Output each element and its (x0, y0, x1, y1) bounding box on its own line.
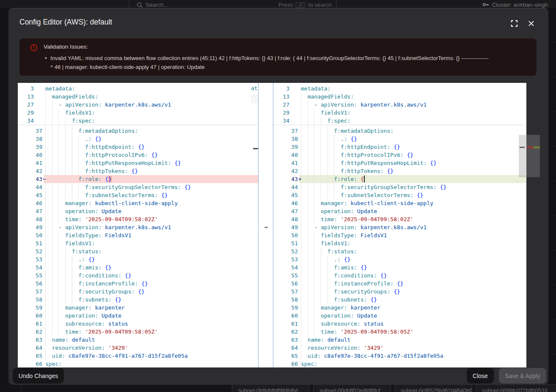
code-line[interactable]: 57 f:securityGroups: {} (18, 288, 258, 296)
code-line[interactable]: 41 f:httpPutResponseHopLimit: {} (18, 159, 258, 167)
code-line[interactable]: 56 f:instanceProfile: {} (273, 280, 526, 288)
code-line[interactable]: 64 resourceVersion: '3429' (18, 344, 258, 352)
code-line[interactable]: 50 fieldsType: FieldsV1 (18, 231, 258, 239)
code-line[interactable]: 51 fieldsV1: (273, 239, 526, 247)
code-line[interactable]: 65 uid: c8afe97e-38cc-4f91-a767-d15f2a8f… (18, 352, 258, 360)
code-line[interactable]: 39 f:httpEndpoint: {} (18, 143, 258, 151)
code-line[interactable]: 62 time: '2025-09-04T09:58:05Z' (18, 328, 258, 336)
code-line[interactable]: 42 f:httpTokens: {} (273, 167, 526, 175)
code-line[interactable]: 40 f:httpProtocolIPv6: {} (18, 151, 258, 159)
revert-change-button[interactable]: → (259, 223, 272, 231)
code-line[interactable]: 58 f:subnets: {} (273, 296, 526, 304)
close-button[interactable]: Close (467, 368, 494, 384)
code-line[interactable]: 66spec: (273, 360, 526, 367)
code-line[interactable]: 48 time: '2025-09-04T09:58:02Z' (273, 215, 526, 223)
code-text: resourceVersion: '3429' (45, 344, 128, 352)
yaml-diff-editor: at 3metadata:13 managedFields:27 - apiVe… (18, 83, 540, 367)
code-line[interactable]: 34 f:spec: (18, 117, 258, 125)
code-line[interactable]: 45 f:subnetSelectorTerms: {} (273, 191, 526, 199)
code-line[interactable]: 37 f:metadataOptions: (273, 127, 526, 135)
code-line[interactable]: 63 name: default (18, 336, 258, 344)
code-line[interactable]: 64 resourceVersion: '3429' (273, 344, 526, 352)
code-line[interactable]: 34 f:spec: (273, 117, 526, 125)
code-line[interactable]: 13 managedFields: (273, 93, 526, 101)
code-line[interactable]: 41 f:httpPutResponseHopLimit: {} (273, 159, 526, 167)
code-line[interactable]: 49 - apiVersion: karpenter.k8s.aws/v1 (273, 223, 526, 231)
code-line[interactable]: 55 f:conditions: {} (273, 271, 526, 280)
code-line[interactable]: 49 - apiVersion: karpenter.k8s.aws/v1 (18, 223, 258, 231)
save-apply-button[interactable]: Save & Apply (499, 368, 546, 384)
code-line[interactable]: 66spec: (18, 360, 258, 367)
code-line[interactable]: 27 - apiVersion: karpenter.k8s.aws/v1 (273, 101, 526, 109)
code-line[interactable]: 65 uid: c8afe97e-38cc-4f91-a767-d15f2a8f… (273, 352, 526, 360)
search-input[interactable]: Search... Press/to search (129, 0, 336, 8)
code-line[interactable]: 54 f:amis: {} (273, 263, 526, 271)
code-line[interactable]: 29 fieldsV1: (18, 109, 258, 117)
code-line[interactable]: 38 .: {} (273, 135, 526, 143)
code-line[interactable]: 46 manager: kubectl-client-side-apply (273, 199, 526, 207)
subnet-chip: subnet-00dbff02edfdf6fcf (313, 384, 391, 392)
code-line[interactable]: 61 subresource: status (18, 320, 258, 328)
code-line[interactable]: 29 fieldsV1: (273, 109, 526, 117)
code-text: operation: Update (301, 312, 377, 320)
line-number: 46 (18, 199, 42, 207)
line-number: 64 (273, 344, 298, 352)
line-number: 51 (273, 239, 298, 247)
code-text: f:subnets: {} (301, 296, 377, 304)
code-text: f:amis: {} (301, 263, 367, 271)
code-line[interactable]: 52 f:status: (273, 247, 526, 255)
code-line[interactable]: 58 f:subnets: {} (18, 296, 258, 304)
code-line[interactable]: 45 f:subnetSelectorTerms: {} (18, 191, 258, 199)
code-line[interactable]: 50 fieldsType: FieldsV1 (273, 231, 526, 239)
code-line[interactable]: 52 f:status: (18, 247, 258, 255)
expand-button[interactable] (509, 18, 520, 29)
line-number: 45 (273, 191, 298, 199)
code-line[interactable]: 59 manager: karpenter (273, 304, 526, 312)
code-line[interactable]: 56 f:instanceProfile: {} (18, 280, 258, 288)
code-line[interactable]: 63 name: default (273, 336, 526, 344)
code-line[interactable]: 13 managedFields: (18, 93, 258, 101)
line-number: 27 (273, 101, 289, 109)
code-line[interactable]: 43− f:role: {} (18, 175, 258, 183)
code-line[interactable]: 44 f:securityGroupSelectorTerms: {} (18, 183, 258, 191)
code-line[interactable]: 53 .: {} (18, 255, 258, 263)
code-line[interactable]: 44 f:securityGroupSelectorTerms: {} (273, 183, 526, 191)
code-line[interactable]: 54 f:amis: {} (18, 263, 258, 271)
overview-ruler-slider[interactable] (519, 135, 540, 177)
code-text: fieldsV1: (301, 239, 350, 247)
code-line[interactable]: 3metadata: (18, 85, 258, 93)
code-line[interactable]: 38 .: {} (18, 135, 258, 143)
modal-title: Config Editor (AWS): default (19, 18, 112, 27)
key-icon (482, 1, 489, 8)
code-line[interactable]: 43+ f:role: { (273, 175, 526, 183)
code-line[interactable]: 40 f:httpProtocolIPv6: {} (273, 151, 526, 159)
line-number: 58 (18, 296, 42, 304)
line-number: 3 (18, 85, 34, 93)
code-line[interactable]: 59 manager: karpenter (18, 304, 258, 312)
code-line[interactable]: 47 operation: Update (18, 207, 258, 215)
code-line[interactable]: 62 time: '2025-09-04T09:58:05Z' (273, 328, 526, 336)
code-line[interactable]: 3metadata: (273, 85, 526, 93)
code-text: .: {} (301, 255, 350, 263)
code-line[interactable]: 46 manager: kubectl-client-side-apply (18, 199, 258, 207)
code-line[interactable]: 53 .: {} (273, 255, 526, 263)
code-line[interactable]: 57 f:securityGroups: {} (273, 288, 526, 296)
cluster-selector[interactable]: Cluster: anirban-singh (482, 1, 548, 8)
code-line[interactable]: 60 operation: Update (18, 312, 258, 320)
code-text: f:conditions: {} (45, 271, 132, 280)
modal-close-button[interactable] (526, 18, 537, 29)
line-number: 54 (273, 263, 298, 271)
code-line[interactable]: 48 time: '2025-09-04T09:58:02Z' (18, 215, 258, 223)
code-line[interactable]: 39 f:httpEndpoint: {} (273, 143, 526, 151)
code-text: .: {} (45, 255, 95, 263)
undo-changes-button[interactable]: Undo Changes (13, 368, 64, 384)
code-line[interactable]: 51 fieldsV1: (18, 239, 258, 247)
code-line[interactable]: 60 operation: Update (273, 312, 526, 320)
code-text: name: default (301, 336, 350, 344)
code-line[interactable]: 27 - apiVersion: karpenter.k8s.aws/v1 (18, 101, 258, 109)
code-line[interactable]: 55 f:conditions: {} (18, 271, 258, 280)
code-line[interactable]: 37 f:metadataOptions: (18, 127, 258, 135)
code-line[interactable]: 42 f:httpTokens: {} (18, 167, 258, 175)
code-line[interactable]: 47 operation: Update (273, 207, 526, 215)
code-line[interactable]: 61 subresource: status (273, 320, 526, 328)
